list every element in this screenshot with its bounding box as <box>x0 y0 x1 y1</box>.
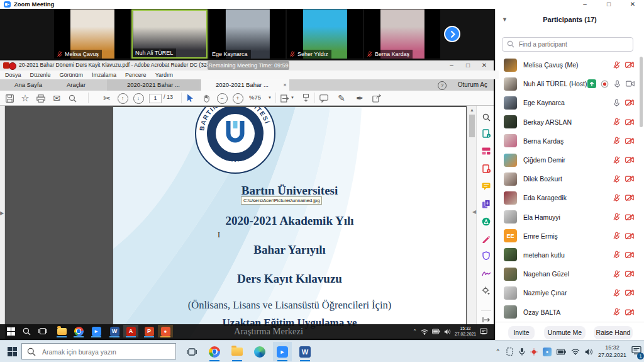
tab-home[interactable]: Ana Sayfa <box>6 79 50 91</box>
certificates-tool-icon[interactable] <box>481 268 491 278</box>
shared-battery-icon[interactable] <box>432 329 440 334</box>
shared-file-explorer-icon[interactable] <box>54 325 69 337</box>
next-videos-button[interactable] <box>444 26 460 42</box>
participant-row[interactable]: Nazmiye Çınar <box>496 283 640 302</box>
open-tools-pane-icon[interactable] <box>481 310 491 325</box>
expand-left-pane-icon[interactable]: ▶ <box>0 210 4 216</box>
export-pdf-icon[interactable] <box>481 128 491 139</box>
action-center-icon[interactable]: 1 <box>631 346 641 357</box>
collapse-tools-icon[interactable]: ◀ <box>472 209 476 215</box>
tray-mic-icon[interactable] <box>519 348 525 356</box>
video-tile[interactable]: Ege Kaynarca <box>209 9 286 59</box>
shared-tray-chevron-icon[interactable]: ⌃ <box>413 329 417 334</box>
unmute-me-button[interactable]: Unmute Me <box>544 326 586 339</box>
menu-window[interactable]: Pencere <box>125 71 147 79</box>
taskbar-search-input[interactable] <box>41 346 174 358</box>
maximize-button[interactable]: □ <box>599 0 618 8</box>
shared-zoom-icon[interactable]: ► <box>89 325 104 337</box>
fill-sign-tool-icon[interactable] <box>481 234 491 244</box>
battery-icon[interactable] <box>557 349 566 355</box>
word-taskbar-icon[interactable]: W <box>296 342 314 361</box>
shared-word-icon[interactable]: W <box>107 325 122 337</box>
combine-files-icon[interactable] <box>481 199 491 209</box>
favorites-star-icon[interactable]: ☆ <box>19 93 31 104</box>
find-icon[interactable] <box>67 93 78 104</box>
shared-clock[interactable]: 15:3227.02.2021 <box>455 326 476 337</box>
participant-row[interactable]: Berkay ARSLAN <box>496 113 640 132</box>
fit-width-icon[interactable] <box>279 93 291 104</box>
participant-row[interactable]: metehan kutlu <box>496 246 640 264</box>
comment-icon[interactable] <box>318 93 330 104</box>
shared-action-center-icon[interactable] <box>480 328 487 335</box>
file-explorer-taskbar-icon[interactable] <box>228 342 247 361</box>
task-view-button[interactable] <box>182 342 201 361</box>
shared-wifi-icon[interactable] <box>421 329 428 335</box>
menu-file[interactable]: Dosya <box>5 71 21 79</box>
certificates-pen-icon[interactable]: ✒ <box>354 93 365 104</box>
tab-tools[interactable]: Araçlar <box>58 79 94 91</box>
share-icon[interactable] <box>371 93 382 104</box>
hand-tool-icon[interactable] <box>201 93 212 104</box>
next-page-icon[interactable]: ↓ <box>133 93 144 104</box>
video-tile[interactable]: Seher Yıldız <box>287 9 363 59</box>
participant-row[interactable]: Eda Karagedik <box>496 188 640 207</box>
shared-task-view-icon[interactable] <box>35 325 50 337</box>
shared-powerpoint-icon[interactable]: P <box>142 325 157 337</box>
shared-speaker-icon[interactable] <box>444 329 451 335</box>
page-number-input[interactable]: 1 <box>149 94 162 103</box>
edit-pdf-icon[interactable] <box>481 146 491 156</box>
scrollbar-thumb[interactable] <box>469 115 475 137</box>
close-button[interactable]: ✕ <box>623 0 642 8</box>
document-scrollbar[interactable]: ▲ <box>467 106 476 340</box>
help-icon[interactable]: ? <box>438 81 447 90</box>
zoom-out-icon[interactable]: − <box>216 93 228 104</box>
save-icon[interactable] <box>4 93 15 104</box>
shared-capture-app-icon[interactable]: ● <box>158 325 173 337</box>
participant-row[interactable]: Özay BALTA <box>496 302 640 321</box>
previous-page-icon[interactable]: ↑ <box>117 93 128 104</box>
edge-taskbar-icon[interactable] <box>250 342 269 361</box>
zoom-level-value[interactable]: %75 <box>249 94 261 101</box>
organize-pages-icon[interactable] <box>481 217 491 227</box>
sign-in-link[interactable]: Oturum Aç <box>458 79 487 91</box>
participant-row[interactable]: Berna Kardaş <box>496 132 640 150</box>
raise-hand-button[interactable]: Raise Hand <box>594 326 633 339</box>
menu-sign[interactable]: İmzalama <box>92 71 116 79</box>
shared-chrome-icon[interactable] <box>71 325 86 337</box>
invite-button[interactable]: Invite <box>508 326 535 339</box>
fill-sign-pencil-icon[interactable]: ✎ <box>336 93 347 104</box>
your-phone-icon[interactable] <box>506 348 514 356</box>
snapshot-scissors-icon[interactable]: ✂ <box>101 93 113 104</box>
print-icon[interactable] <box>35 93 47 104</box>
participant-row[interactable]: Ege Kaynarca <box>496 93 640 112</box>
chrome-taskbar-icon[interactable] <box>205 342 224 361</box>
page-scrolling-icon[interactable] <box>300 93 311 104</box>
menu-view[interactable]: Görünüm <box>60 71 84 79</box>
participant-search-input[interactable] <box>518 38 630 50</box>
participant-row[interactable]: Ela Hamuyyi <box>496 208 640 227</box>
menu-help[interactable]: Yardım <box>155 71 173 79</box>
participant-row[interactable]: EE Emre Ermiş <box>496 227 640 246</box>
zoom-level-caret-icon[interactable]: ▼ <box>268 96 272 99</box>
participant-row[interactable]: Melisa Çavuş (Me) <box>496 55 640 74</box>
select-cursor-icon[interactable] <box>185 93 196 104</box>
create-pdf-icon[interactable] <box>481 164 491 174</box>
acrobat-close-button[interactable]: ✕ <box>475 61 494 69</box>
video-tile[interactable]: Berna Kardaş <box>364 9 440 59</box>
tray-app-red-icon[interactable] <box>530 348 538 356</box>
video-tile[interactable]: Melisa Çavuş <box>54 9 130 59</box>
tab-close-icon[interactable]: × <box>280 79 289 91</box>
shared-start-button[interactable] <box>3 325 18 337</box>
email-icon[interactable]: ✉ <box>51 93 62 104</box>
speaker-icon[interactable] <box>585 348 593 356</box>
shared-acrobat-icon[interactable]: A <box>123 325 138 337</box>
zoom-taskbar-icon[interactable]: ► <box>273 342 292 361</box>
wifi-icon[interactable] <box>571 348 580 355</box>
participant-search-box[interactable] <box>502 37 633 52</box>
tab-document-2[interactable]: 2020-2021 Bahar ... <box>201 79 284 91</box>
taskbar-search-box[interactable] <box>21 343 176 359</box>
tab-document-1[interactable]: 2020-2021 Bahar ... <box>107 79 201 91</box>
tray-chevron-icon[interactable]: ⌃ <box>496 348 501 355</box>
search-tool-icon[interactable] <box>481 112 491 122</box>
shared-search-icon[interactable] <box>19 325 34 337</box>
